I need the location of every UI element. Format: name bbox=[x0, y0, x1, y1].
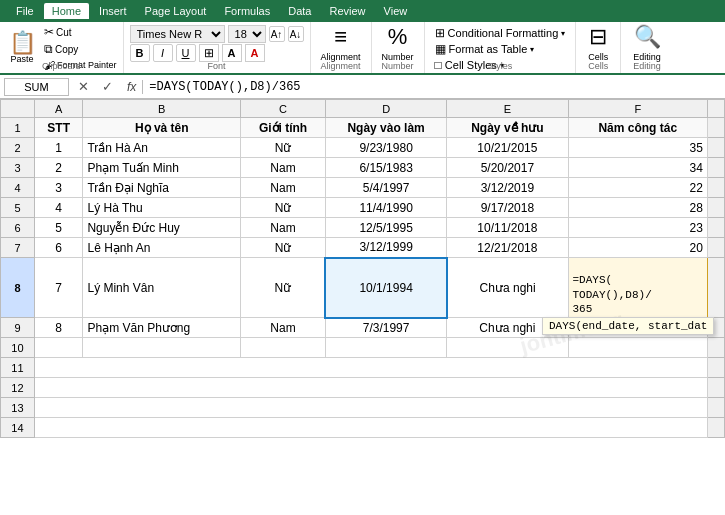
cell-d7[interactable]: 3/12/1999 bbox=[325, 238, 446, 258]
cell-e3[interactable]: 5/20/2017 bbox=[447, 158, 568, 178]
row-header-4[interactable]: 4 bbox=[1, 178, 35, 198]
cut-button[interactable]: ✂ Cut bbox=[42, 24, 119, 40]
decrease-font-button[interactable]: A↓ bbox=[288, 26, 304, 42]
increase-font-button[interactable]: A↑ bbox=[269, 26, 285, 42]
bold-button[interactable]: B bbox=[130, 44, 150, 62]
name-box[interactable] bbox=[4, 78, 69, 96]
cell-e5[interactable]: 9/17/2018 bbox=[447, 198, 568, 218]
cell-b8[interactable]: Lý Minh Vân bbox=[83, 258, 241, 318]
format-as-table-button[interactable]: ▦ Format as Table ▾ bbox=[431, 41, 570, 57]
cell-c8[interactable]: Nữ bbox=[241, 258, 326, 318]
tab-data[interactable]: Data bbox=[280, 3, 319, 19]
cell-c6[interactable]: Nam bbox=[241, 218, 326, 238]
cell-a7[interactable]: 6 bbox=[34, 238, 83, 258]
cell-f7[interactable]: 20 bbox=[568, 238, 707, 258]
cell-d1[interactable]: Ngày vào làm bbox=[325, 118, 446, 138]
col-header-c[interactable]: C bbox=[241, 100, 326, 118]
cell-b3[interactable]: Phạm Tuấn Minh bbox=[83, 158, 241, 178]
cell-c7[interactable]: Nữ bbox=[241, 238, 326, 258]
cell-d5[interactable]: 11/4/1990 bbox=[325, 198, 446, 218]
cell-b10[interactable] bbox=[83, 338, 241, 358]
underline-button[interactable]: U bbox=[176, 44, 196, 62]
cell-row12[interactable] bbox=[34, 378, 707, 398]
font-color-button[interactable]: A bbox=[245, 44, 265, 62]
cell-f1[interactable]: Năm công tác bbox=[568, 118, 707, 138]
cell-b1[interactable]: Họ và tên bbox=[83, 118, 241, 138]
row-header-6[interactable]: 6 bbox=[1, 218, 35, 238]
cell-f5[interactable]: 28 bbox=[568, 198, 707, 218]
cell-row11[interactable] bbox=[34, 358, 707, 378]
row-header-12[interactable]: 12 bbox=[1, 378, 35, 398]
tab-insert[interactable]: Insert bbox=[91, 3, 135, 19]
cell-c10[interactable] bbox=[241, 338, 326, 358]
row-header-8[interactable]: 8 bbox=[1, 258, 35, 318]
cell-a1[interactable]: STT bbox=[34, 118, 83, 138]
formula-input[interactable] bbox=[149, 80, 721, 94]
cell-a4[interactable]: 3 bbox=[34, 178, 83, 198]
tab-file[interactable]: File bbox=[8, 3, 42, 19]
cell-c1[interactable]: Giới tính bbox=[241, 118, 326, 138]
tab-formulas[interactable]: Formulas bbox=[216, 3, 278, 19]
conditional-formatting-button[interactable]: ⊞ Conditional Formatting ▾ bbox=[431, 25, 570, 41]
cell-a2[interactable]: 1 bbox=[34, 138, 83, 158]
cell-a3[interactable]: 2 bbox=[34, 158, 83, 178]
col-header-a[interactable]: A bbox=[34, 100, 83, 118]
cell-a8[interactable]: 7 bbox=[34, 258, 83, 318]
col-header-e[interactable]: E bbox=[447, 100, 568, 118]
cell-a5[interactable]: 4 bbox=[34, 198, 83, 218]
cell-e6[interactable]: 10/11/2018 bbox=[447, 218, 568, 238]
cell-c4[interactable]: Nam bbox=[241, 178, 326, 198]
border-button[interactable]: ⊞ bbox=[199, 44, 219, 62]
cell-e4[interactable]: 3/12/2019 bbox=[447, 178, 568, 198]
row-header-7[interactable]: 7 bbox=[1, 238, 35, 258]
italic-button[interactable]: I bbox=[153, 44, 173, 62]
cell-b2[interactable]: Trần Hà An bbox=[83, 138, 241, 158]
cell-f10[interactable] bbox=[568, 338, 707, 358]
cell-e1[interactable]: Ngày về hưu bbox=[447, 118, 568, 138]
col-header-b[interactable]: B bbox=[83, 100, 241, 118]
cell-e2[interactable]: 10/21/2015 bbox=[447, 138, 568, 158]
confirm-formula-button[interactable]: ✓ bbox=[97, 78, 117, 96]
cell-e7[interactable]: 12/21/2018 bbox=[447, 238, 568, 258]
cell-e10[interactable] bbox=[447, 338, 568, 358]
cell-a9[interactable]: 8 bbox=[34, 318, 83, 338]
cell-d2[interactable]: 9/23/1980 bbox=[325, 138, 446, 158]
cell-f6[interactable]: 23 bbox=[568, 218, 707, 238]
cell-f8[interactable]: =DAYS( TODAY(),D8)/ 365 bbox=[568, 258, 707, 318]
row-header-5[interactable]: 5 bbox=[1, 198, 35, 218]
row-header-1[interactable]: 1 bbox=[1, 118, 35, 138]
cell-f2[interactable]: 35 bbox=[568, 138, 707, 158]
cell-c3[interactable]: Nam bbox=[241, 158, 326, 178]
cell-b7[interactable]: Lê Hạnh An bbox=[83, 238, 241, 258]
cell-b6[interactable]: Nguyễn Đức Huy bbox=[83, 218, 241, 238]
cell-row13[interactable] bbox=[34, 398, 707, 418]
tab-page-layout[interactable]: Page Layout bbox=[137, 3, 215, 19]
row-header-13[interactable]: 13 bbox=[1, 398, 35, 418]
row-header-2[interactable]: 2 bbox=[1, 138, 35, 158]
tab-home[interactable]: Home bbox=[44, 3, 89, 19]
row-header-10[interactable]: 10 bbox=[1, 338, 35, 358]
cell-f4[interactable]: 22 bbox=[568, 178, 707, 198]
cell-f3[interactable]: 34 bbox=[568, 158, 707, 178]
cell-a6[interactable]: 5 bbox=[34, 218, 83, 238]
cell-d3[interactable]: 6/15/1983 bbox=[325, 158, 446, 178]
cell-b9[interactable]: Phạm Văn Phương bbox=[83, 318, 241, 338]
cell-c9[interactable]: Nam bbox=[241, 318, 326, 338]
cell-d4[interactable]: 5/4/1997 bbox=[325, 178, 446, 198]
font-size-select[interactable]: 18 bbox=[228, 25, 266, 43]
tab-review[interactable]: Review bbox=[321, 3, 373, 19]
cell-d10[interactable] bbox=[325, 338, 446, 358]
cell-b4[interactable]: Trần Đại Nghĩa bbox=[83, 178, 241, 198]
row-header-14[interactable]: 14 bbox=[1, 418, 35, 438]
cell-d9[interactable]: 7/3/1997 bbox=[325, 318, 446, 338]
copy-button[interactable]: ⧉ Copy bbox=[42, 41, 119, 57]
cell-a10[interactable] bbox=[34, 338, 83, 358]
cell-d8[interactable]: 10/1/1994 bbox=[325, 258, 446, 318]
cell-row14[interactable] bbox=[34, 418, 707, 438]
cell-e8[interactable]: Chưa nghi bbox=[447, 258, 568, 318]
col-header-d[interactable]: D bbox=[325, 100, 446, 118]
row-header-3[interactable]: 3 bbox=[1, 158, 35, 178]
fill-color-button[interactable]: A bbox=[222, 44, 242, 62]
cancel-formula-button[interactable]: ✕ bbox=[73, 78, 93, 96]
tab-view[interactable]: View bbox=[376, 3, 416, 19]
